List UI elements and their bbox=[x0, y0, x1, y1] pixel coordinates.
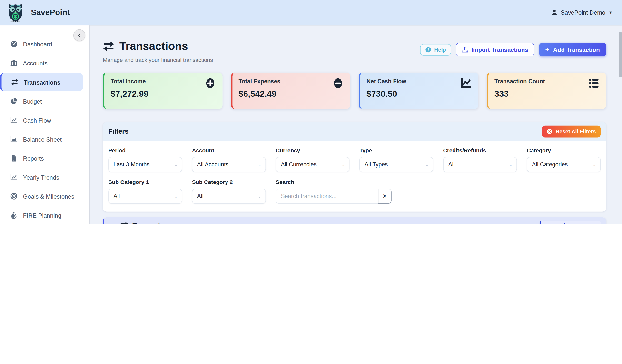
savepoint-owl-logo: $ bbox=[6, 2, 25, 23]
filter-select[interactable]: All Accounts ⌄ bbox=[192, 157, 266, 172]
sidebar-item-yearly-trends[interactable]: Yearly Trends bbox=[0, 168, 89, 186]
sidebar-item-accounts[interactable]: Accounts bbox=[0, 54, 89, 72]
filter-field-type: Type All Types ⌄ bbox=[359, 147, 433, 172]
chevron-down-icon: ⌄ bbox=[258, 162, 261, 167]
search-label: Search bbox=[276, 179, 433, 185]
transactions-section-header[interactable]: Transactions Transaction Count: 333 bbox=[103, 217, 606, 224]
filter-select[interactable]: All ⌄ bbox=[443, 157, 517, 172]
arrows-icon bbox=[11, 78, 18, 86]
chart-bar-icon bbox=[10, 135, 17, 143]
sidebar-item-balance-sheet[interactable]: Balance Sheet bbox=[0, 130, 89, 148]
filter-label: Type bbox=[359, 147, 433, 153]
plus-circle-icon bbox=[204, 77, 216, 89]
user-menu-label: SavePoint Demo bbox=[561, 9, 605, 16]
sidebar-item-cash-flow[interactable]: Cash Flow bbox=[0, 111, 89, 129]
filter-field-account: Account All Accounts ⌄ bbox=[192, 147, 266, 172]
sidebar-item-label: Budget bbox=[23, 98, 42, 105]
upload-icon bbox=[462, 46, 468, 53]
page-subtitle: Manage and track your financial transact… bbox=[103, 57, 420, 63]
filter-selected-value: All bbox=[448, 161, 509, 168]
reset-all-filters-button[interactable]: Reset All Filters bbox=[542, 126, 601, 137]
filter-field-currency: Currency All Currencies ⌄ bbox=[276, 147, 350, 172]
sidebar-item-goals-milestones[interactable]: Goals & Milestones bbox=[0, 187, 89, 205]
question-circle-icon: ? bbox=[425, 47, 431, 52]
transaction-count-badge: Transaction Count: 333 bbox=[540, 221, 601, 224]
chevron-down-icon: ⌄ bbox=[341, 162, 345, 167]
sidebar-item-label: Accounts bbox=[23, 60, 47, 67]
app-window: $ SavePoint SavePoint Demo ▼ Dashboard A… bbox=[0, 0, 622, 224]
filters-title: Filters bbox=[108, 127, 542, 135]
filter-label: Sub Category 1 bbox=[108, 179, 182, 185]
sidebar: Dashboard Accounts Transactions Budget C… bbox=[0, 25, 90, 224]
gauge-icon bbox=[10, 40, 17, 48]
main-content: Transactions Manage and track your finan… bbox=[90, 25, 622, 224]
list-icon bbox=[588, 77, 600, 89]
sidebar-item-transactions[interactable]: Transactions bbox=[0, 73, 83, 91]
help-button[interactable]: ? Help bbox=[420, 44, 451, 55]
sidebar-item-reports[interactable]: Reports bbox=[0, 149, 89, 167]
card-total-expenses: Total Expenses $6,542.49 bbox=[231, 73, 350, 109]
filter-selected-value: All bbox=[197, 193, 258, 199]
filter-label: Currency bbox=[276, 147, 350, 153]
chevron-left-icon bbox=[77, 33, 82, 38]
card-label: Total Income bbox=[111, 78, 216, 85]
filter-select[interactable]: All Types ⌄ bbox=[359, 157, 433, 172]
filter-selected-value: All Categories bbox=[532, 161, 593, 168]
close-icon: ✕ bbox=[383, 193, 387, 199]
user-menu[interactable]: SavePoint Demo ▼ bbox=[551, 9, 612, 16]
card-net-cash-flow: Net Cash Flow $730.50 bbox=[359, 73, 478, 109]
page-title: Transactions bbox=[103, 40, 420, 53]
bank-icon bbox=[10, 59, 17, 67]
search-input[interactable] bbox=[276, 189, 378, 204]
pie-icon bbox=[10, 97, 17, 105]
sidebar-item-label: FIRE Planning bbox=[23, 212, 61, 219]
card-value: $6,542.49 bbox=[239, 89, 344, 99]
filter-selected-value: All Accounts bbox=[197, 161, 258, 168]
chart-line-bold-icon bbox=[460, 77, 472, 89]
filter-selected-value: Last 3 Months bbox=[113, 161, 174, 168]
filter-select[interactable]: All ⌄ bbox=[108, 189, 182, 204]
filter-selected-value: All Currencies bbox=[281, 161, 342, 168]
transactions-icon bbox=[120, 222, 129, 224]
filter-selected-value: All bbox=[113, 193, 174, 199]
card-total-income: Total Income $7,272.99 bbox=[103, 73, 222, 109]
import-transactions-button[interactable]: Import Transactions bbox=[456, 43, 534, 56]
chevron-down-icon[interactable] bbox=[109, 223, 115, 224]
filter-label: Sub Category 2 bbox=[192, 179, 266, 185]
card-transaction-count: Transaction Count 333 bbox=[486, 73, 606, 109]
sidebar-item-budget[interactable]: Budget bbox=[0, 92, 89, 110]
summary-cards: Total Income $7,272.99 Total Expenses $6… bbox=[103, 73, 606, 109]
filter-label: Period bbox=[108, 147, 182, 153]
card-value: $7,272.99 bbox=[111, 89, 216, 99]
chevron-down-icon: ⌄ bbox=[258, 194, 261, 199]
clear-search-button[interactable]: ✕ bbox=[378, 189, 391, 204]
card-label: Net Cash Flow bbox=[367, 78, 472, 85]
filter-label: Credits/Refunds bbox=[443, 147, 517, 153]
filter-select[interactable]: All Currencies ⌄ bbox=[276, 157, 350, 172]
sidebar-item-label: Dashboard bbox=[23, 41, 52, 48]
sidebar-collapse-button[interactable] bbox=[73, 29, 85, 41]
card-value: 333 bbox=[494, 89, 600, 99]
filter-selected-value: All Types bbox=[365, 161, 425, 168]
transactions-panel: Transactions Transaction Count: 333 Edit… bbox=[103, 217, 606, 224]
flame-icon bbox=[10, 212, 17, 219]
sidebar-item-label: Yearly Trends bbox=[23, 174, 59, 181]
sidebar-item-label: Reports bbox=[23, 155, 44, 162]
transactions-icon bbox=[103, 41, 115, 51]
sidebar-nav: Dashboard Accounts Transactions Budget C… bbox=[0, 34, 89, 224]
chevron-down-icon: ⌄ bbox=[592, 162, 596, 167]
minus-circle-icon bbox=[332, 77, 344, 89]
x-circle-icon bbox=[547, 128, 553, 134]
add-transaction-button[interactable]: + Add Transaction bbox=[539, 43, 606, 56]
sidebar-item-label: Transactions bbox=[24, 79, 61, 86]
scrollbar[interactable] bbox=[619, 32, 622, 77]
filter-select[interactable]: All ⌄ bbox=[192, 189, 266, 204]
search-field: Search ✕ bbox=[276, 179, 433, 204]
filter-field-sub-category-2: Sub Category 2 All ⌄ bbox=[192, 179, 266, 204]
filter-label: Category bbox=[527, 147, 601, 153]
sidebar-item-fire-planning[interactable]: FIRE Planning bbox=[0, 206, 89, 224]
filter-select[interactable]: Last 3 Months ⌄ bbox=[108, 157, 182, 172]
filter-field-category: Category All Categories ⌄ bbox=[527, 147, 601, 172]
filter-select[interactable]: All Categories ⌄ bbox=[527, 157, 601, 172]
card-value: $730.50 bbox=[367, 89, 472, 99]
